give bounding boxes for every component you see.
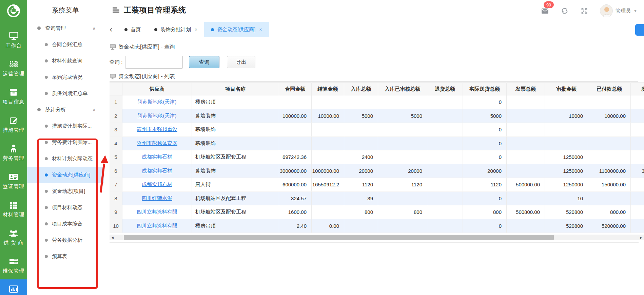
chart-icon: [9, 284, 18, 295]
value-cell: [631, 205, 644, 219]
refresh-button[interactable]: [561, 7, 569, 15]
column-header-入库总额: 入库总额: [344, 82, 378, 95]
fullscreen-icon: [581, 7, 588, 15]
value-cell: [545, 137, 588, 150]
column-header-发票总额: 发票总额: [507, 82, 545, 95]
menu-section-label: 统计分析: [45, 107, 66, 113]
table-row[interactable]: 9四川立邦涂料有限机场航站区及配套工程1600.0080080080050080…: [110, 205, 644, 219]
menu-section-统计分析[interactable]: 统计分析∧: [27, 102, 104, 118]
supplier-link[interactable]: 四川立邦涂料有限: [137, 209, 177, 215]
menu-item-预算表[interactable]: 预算表: [27, 248, 104, 264]
rail-item-运营管理[interactable]: 运营管理: [0, 54, 27, 82]
table-row[interactable]: 7成都实邦石材唐人街600000.0016550912.211201120112…: [110, 178, 644, 192]
table-row[interactable]: 5成都实邦石材机场航站区及配套工程697242.36240001250000: [110, 150, 644, 164]
scrollbar-thumb[interactable]: [124, 235, 554, 240]
value-cell: [427, 178, 463, 191]
rail-item-维保管理[interactable]: 维保管理: [0, 251, 27, 279]
scroll-left-arrow-icon[interactable]: ◀: [110, 235, 115, 240]
bullet-icon: [45, 125, 48, 128]
rail-item-措施管理[interactable]: 措施管理: [0, 110, 27, 139]
menu-item-质保到期汇总单[interactable]: 质保到期汇总单: [27, 85, 104, 102]
menu-item-措施费计划实际...[interactable]: 措施费计划实际...: [27, 118, 104, 134]
menu-item-资金动态[项目][interactable]: 资金动态[项目]: [27, 183, 104, 199]
menu-item-采购完成情况[interactable]: 采购完成情况: [27, 69, 104, 85]
supplier-link[interactable]: 成都实邦石材: [142, 181, 172, 188]
query-button[interactable]: 查询: [189, 56, 219, 68]
menu-item-资金动态[供应商][interactable]: 资金动态[供应商]: [27, 167, 104, 183]
fullscreen-button[interactable]: [580, 7, 588, 15]
menu-item-label: 措施费计划实际...: [52, 123, 92, 129]
value-cell: [378, 137, 427, 150]
close-icon[interactable]: ×: [259, 27, 262, 32]
supplier-link[interactable]: 四川立邦涂料有限: [137, 223, 177, 229]
query-input[interactable]: [125, 56, 183, 69]
rail-item-供货商[interactable]: 供 货 商: [0, 223, 27, 251]
messages-button[interactable]: 99: [541, 7, 549, 15]
app-logo[interactable]: [0, 0, 27, 22]
project-name-cell: 楼房吊顶: [192, 219, 279, 233]
tabs-scroll-left-icon[interactable]: ‹: [104, 22, 118, 37]
rail-item-劳务管理[interactable]: 劳务管理: [0, 139, 27, 167]
tab-label: 首页: [131, 26, 141, 33]
export-button[interactable]: 导出: [227, 56, 255, 68]
edit-icon: [9, 115, 18, 126]
user-menu[interactable]: 管理员 ▼: [600, 4, 637, 17]
monitor-icon: [9, 31, 18, 41]
value-cell: [631, 192, 644, 205]
menu-item-合同台账汇总[interactable]: 合同台账汇总: [27, 36, 104, 53]
rail-item-项目信息[interactable]: 项目信息: [0, 82, 27, 110]
supplier-link[interactable]: 阿苏斯地毯(天津): [138, 113, 177, 119]
supplier-link[interactable]: 阿苏斯地毯(天津): [138, 99, 177, 105]
horizontal-scrollbar[interactable]: ◀ ▶: [110, 235, 644, 240]
value-cell: [631, 150, 644, 164]
menu-item-劳务费计划实际...[interactable]: 劳务费计划实际...: [27, 134, 104, 150]
avatar: [600, 4, 613, 17]
value-cell: 20000: [344, 164, 378, 178]
supplier-cell: 成都实邦石材: [122, 164, 192, 178]
menu-item-项目材料动态[interactable]: 项目材料动态: [27, 199, 104, 216]
archive-icon: [9, 87, 18, 97]
table-row[interactable]: 6成都实邦石材幕墙装饰3000000.001000000.00200002000…: [110, 164, 644, 178]
table-row[interactable]: 10四川立邦涂料有限楼房吊顶2.400.000520800520000.00: [110, 219, 644, 233]
suppliers-funds-table: 供应商项目名称合同金额结算金额入库总额入库已审核总额退货总额实际送货总额发票总额…: [110, 82, 644, 233]
tab-装饰分批计划[interactable]: 装饰分批计划×: [148, 22, 204, 37]
menu-item-材料付款查询[interactable]: 材料付款查询: [27, 53, 104, 69]
grid-icon: [9, 200, 18, 210]
table-row[interactable]: 4沧州市彭越体育器幕墙装饰0: [110, 137, 644, 151]
rail-item-工作台[interactable]: 工作台: [0, 26, 27, 54]
value-cell: 16550912.2: [312, 178, 344, 191]
supplier-link[interactable]: 霸州市永强起重设: [137, 126, 177, 133]
table-row[interactable]: 2阿苏斯地毯(天津)幕墙装饰100000.0010000.00500050005…: [110, 109, 644, 123]
menu-item-label: 资金动态[项目]: [52, 188, 85, 195]
menu-item-劳务数据分析[interactable]: 劳务数据分析: [27, 232, 104, 248]
rail-item-材料管理[interactable]: 材料管理: [0, 195, 27, 223]
supplier-link[interactable]: 成都实邦石材: [142, 168, 172, 174]
value-cell: [545, 95, 588, 109]
supplier-link[interactable]: 成都实邦石材: [142, 154, 172, 160]
tab-资金动态[供应商][interactable]: 资金动态[供应商]×: [204, 22, 269, 37]
table-row[interactable]: 1阿苏斯地毯(天津)楼房吊顶0: [110, 95, 644, 109]
value-cell: [279, 137, 312, 150]
rail-item-label: 劳务管理: [3, 155, 24, 162]
menu-item-材料计划实际动态[interactable]: 材料计划实际动态: [27, 150, 104, 167]
left-icon-rail: 工作台运营管理项目信息措施管理劳务管理签证管理材料管理供 货 商维保管理查询统计: [0, 0, 27, 295]
menu-section-查询管理[interactable]: 查询管理∧: [27, 20, 104, 36]
value-cell: 1100000.00: [588, 164, 631, 178]
bullet-icon: [45, 141, 48, 144]
supplier-link[interactable]: 沧州市彭越体育器: [137, 140, 177, 147]
close-icon[interactable]: ×: [195, 27, 197, 32]
menu-collapse-icon[interactable]: [113, 7, 120, 14]
menu-item-项目成本综合[interactable]: 项目成本综合: [27, 216, 104, 232]
rail-item-查询统计[interactable]: 查询统计: [0, 279, 27, 295]
table-row[interactable]: 3霸州市永强起重设幕墙装饰0: [110, 123, 644, 137]
row-index: 8: [110, 192, 122, 205]
scroll-right-arrow-icon[interactable]: ▶: [638, 235, 644, 240]
tab-首页[interactable]: 首页: [118, 22, 148, 37]
table-row[interactable]: 8四川红狮水泥机场航站区及配套工程324.5739010: [110, 192, 644, 206]
value-cell: [588, 95, 631, 109]
tab-menu-button[interactable]: [635, 24, 644, 36]
bullet-icon: [45, 43, 48, 46]
rail-item-签证管理[interactable]: 签证管理: [0, 167, 27, 195]
row-index: 5: [110, 150, 122, 164]
supplier-link[interactable]: 四川红狮水泥: [142, 195, 172, 202]
